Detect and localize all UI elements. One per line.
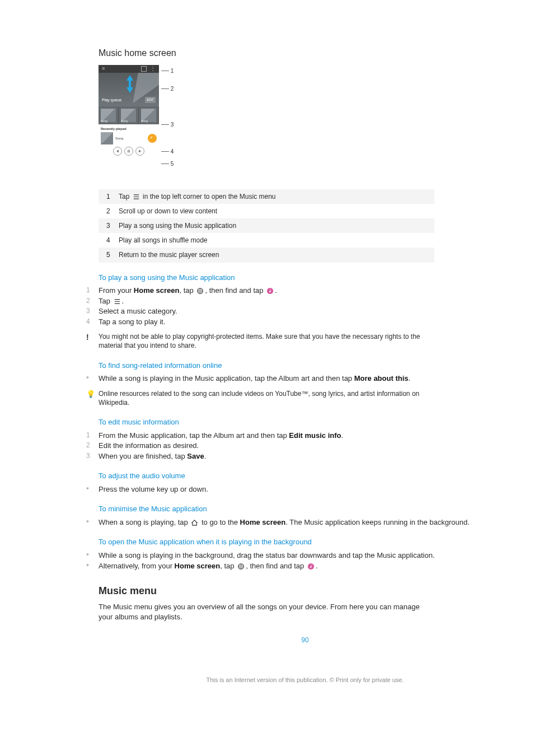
search-icon bbox=[141, 66, 147, 72]
step: 1From your Home screen, tap , then find … bbox=[99, 286, 512, 296]
section-head: To open the Music application when it is… bbox=[99, 537, 512, 547]
play-queue-label: Play queue bbox=[102, 97, 121, 102]
svg-point-4 bbox=[200, 289, 201, 290]
callout-2: 2 bbox=[171, 85, 174, 93]
section-head: To find song-related information online bbox=[99, 361, 512, 371]
tile-label: Song bbox=[121, 119, 128, 123]
section-head: To edit music information bbox=[99, 417, 512, 427]
legend-row: 1Tap in the top left corner to open the … bbox=[99, 189, 434, 204]
tip-note: Online resources related to the song can… bbox=[99, 389, 429, 407]
step: 2Edit the information as desired. bbox=[99, 441, 512, 451]
svg-point-16 bbox=[242, 564, 243, 566]
legend-row: 4Play all songs in shuffle mode bbox=[99, 233, 434, 248]
svg-point-20 bbox=[239, 567, 240, 568]
home-icon bbox=[191, 519, 198, 526]
section-head: To adjust the audio volume bbox=[99, 471, 512, 481]
section-head: To minimise the Music application bbox=[99, 504, 512, 514]
tile-label: Song bbox=[101, 119, 107, 123]
tile-label: Song bbox=[141, 119, 148, 123]
menu-icon bbox=[133, 193, 140, 200]
pause-button bbox=[124, 147, 133, 156]
music-menu-para: The Music menu gives you an overview of … bbox=[99, 602, 434, 622]
svg-point-9 bbox=[199, 292, 200, 293]
svg-point-19 bbox=[242, 566, 243, 567]
bullet-item: •While a song is playing in the Music ap… bbox=[99, 374, 512, 384]
warning-icon: ! bbox=[86, 333, 89, 342]
callout-4: 4 bbox=[171, 148, 174, 156]
page-title: Music home screen bbox=[99, 47, 512, 59]
legend-row: 3Play a song using the Music application bbox=[99, 218, 434, 233]
music-home-mock: ≡ ⋮ Play queue EDIT Song Song Song Recen… bbox=[99, 65, 174, 180]
menu-icon bbox=[114, 298, 121, 305]
music-icon bbox=[307, 563, 315, 570]
callout-5: 5 bbox=[171, 160, 174, 168]
more-icon: ⋮ bbox=[150, 66, 156, 72]
apps-icon bbox=[196, 287, 204, 295]
song-label: Song bbox=[115, 136, 146, 141]
bullet-item: •Press the volume key up or down. bbox=[99, 484, 512, 494]
svg-rect-1 bbox=[129, 150, 130, 152]
svg-point-7 bbox=[200, 291, 201, 292]
step: 3Select a music category. bbox=[99, 306, 512, 316]
step: 3When you are finished, tap Save. bbox=[99, 451, 512, 461]
step: 2Tap . bbox=[99, 296, 512, 306]
warning-note: You might not be able to play copyright-… bbox=[99, 332, 429, 350]
page-number: 90 bbox=[99, 636, 512, 645]
music-menu-heading: Music menu bbox=[99, 584, 512, 598]
apps-icon bbox=[237, 563, 245, 570]
svg-point-17 bbox=[239, 566, 240, 567]
next-button bbox=[135, 147, 144, 156]
svg-point-10 bbox=[200, 292, 201, 293]
bullet-item: •Alternatively, from your Home screen, t… bbox=[99, 561, 512, 571]
tip-icon: 💡 bbox=[86, 390, 95, 398]
svg-point-18 bbox=[241, 566, 242, 567]
bullet-item: •When a song is playing, tap to go to th… bbox=[99, 517, 512, 528]
step: 4Tap a song to play it. bbox=[99, 317, 512, 327]
legend-row: 5Return to the music player screen bbox=[99, 248, 434, 262]
section-head: To play a song using the Music applicati… bbox=[99, 273, 512, 283]
edit-button: EDIT bbox=[145, 97, 156, 103]
legend-table: 1Tap in the top left corner to open the … bbox=[99, 189, 434, 263]
recently-played-label: Recently played bbox=[99, 124, 159, 132]
footer-note: This is an Internet version of this publ… bbox=[99, 676, 512, 684]
album-thumb bbox=[101, 132, 113, 144]
hamburger-icon: ≡ bbox=[102, 66, 105, 71]
prev-button bbox=[113, 147, 122, 156]
shuffle-button bbox=[148, 134, 157, 143]
step: 1From the Music application, tap the Alb… bbox=[99, 431, 512, 441]
callout-1: 1 bbox=[171, 67, 174, 75]
svg-point-15 bbox=[241, 564, 242, 566]
svg-point-5 bbox=[201, 289, 202, 290]
music-icon bbox=[266, 287, 274, 295]
svg-point-22 bbox=[242, 567, 243, 568]
callout-3: 3 bbox=[171, 121, 174, 129]
svg-point-21 bbox=[241, 567, 242, 568]
svg-point-14 bbox=[239, 564, 240, 566]
svg-point-8 bbox=[201, 291, 202, 292]
svg-point-11 bbox=[201, 292, 202, 293]
bullet-item: •While a song is playing in the backgrou… bbox=[99, 550, 512, 561]
legend-row: 2Scroll up or down to view content bbox=[99, 204, 434, 218]
svg-point-6 bbox=[199, 291, 200, 292]
svg-point-3 bbox=[199, 289, 200, 290]
svg-rect-0 bbox=[128, 150, 128, 152]
